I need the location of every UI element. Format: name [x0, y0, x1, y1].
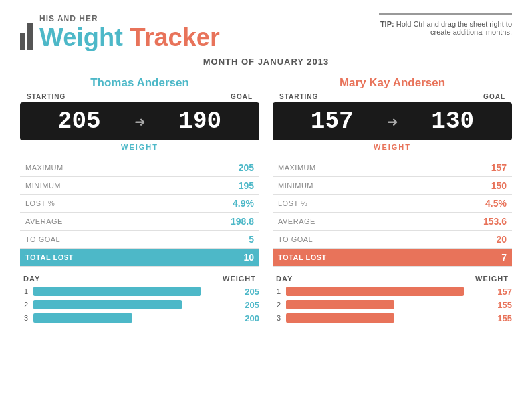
- tip-text: Hold Ctrl and drag the sheet right to cr…: [396, 20, 512, 36]
- main-title: Weight Tracker: [39, 25, 220, 50]
- header: HIS AND HER Weight Tracker TIP: Hold Ctr…: [20, 13, 512, 50]
- thomas-goal-label: GOAL: [231, 93, 253, 100]
- thomas-total-row: TOTAL LOST 10: [20, 249, 259, 267]
- day-number: 1: [20, 287, 28, 295]
- thomas-stat-row: AVERAGE198.8: [20, 213, 259, 231]
- mary-starting-value: 157: [283, 108, 382, 135]
- weight-bar: [286, 300, 394, 309]
- mary-stats-table: MAXIMUM157MINIMUM150LOST %4.5%AVERAGE153…: [273, 159, 512, 267]
- thomas-name: Thomas Andersen: [20, 76, 259, 90]
- stat-label: LOST %: [20, 195, 172, 213]
- thomas-column: Thomas Andersen STARTING GOAL 205 ➜ 190 …: [20, 76, 259, 326]
- stat-label: AVERAGE: [20, 213, 172, 231]
- stat-value: 153.6: [425, 213, 512, 231]
- day-number: 2: [20, 301, 28, 309]
- mary-arrow-icon: ➜: [387, 114, 398, 130]
- stat-value: 20: [425, 231, 512, 249]
- thomas-weight-display: 205 ➜ 190: [20, 102, 259, 140]
- subtitle: HIS AND HER: [39, 14, 220, 23]
- day-weight-value: 155: [489, 300, 512, 310]
- day-weight-value: 157: [489, 287, 512, 297]
- mary-day-header: DAY WEIGHT: [273, 275, 512, 283]
- thomas-arrow-icon: ➜: [134, 114, 146, 130]
- mary-total-value: 7: [425, 249, 512, 267]
- title-orange: Tracker: [130, 23, 220, 51]
- day-number: 1: [273, 287, 281, 295]
- stat-value: 4.5%: [425, 195, 512, 213]
- stat-value: 4.9%: [172, 195, 259, 213]
- mary-goal-value: 130: [404, 108, 503, 135]
- mary-total-label: TOTAL LOST: [273, 249, 425, 267]
- stat-value: 198.8: [172, 213, 259, 231]
- mary-weight-display: 157 ➜ 130: [273, 102, 512, 140]
- bar-container: [33, 313, 231, 323]
- weight-bar: [286, 313, 394, 323]
- title-area: HIS AND HER Weight Tracker: [39, 14, 220, 50]
- thomas-starting-value: 205: [30, 108, 129, 135]
- page: HIS AND HER Weight Tracker TIP: Hold Ctr…: [0, 0, 532, 399]
- mary-labels: STARTING GOAL: [273, 93, 512, 100]
- mary-day-row: 3 155: [273, 313, 512, 323]
- thomas-goal-value: 190: [151, 108, 250, 135]
- thomas-stats-table: MAXIMUM205MINIMUM195LOST %4.9%AVERAGE198…: [20, 159, 259, 267]
- stat-label: MAXIMUM: [20, 159, 172, 177]
- thomas-weight-col-label: WEIGHT: [223, 275, 256, 283]
- bar-container: [33, 286, 231, 297]
- mary-days: 1 157 2 155 3 155: [273, 286, 512, 323]
- mary-day-row: 1 157: [273, 286, 512, 297]
- thomas-day-header: DAY WEIGHT: [20, 275, 259, 283]
- mary-starting-label: STARTING: [279, 93, 318, 100]
- day-weight-value: 155: [489, 313, 512, 323]
- mary-total-row: TOTAL LOST 7: [273, 249, 512, 267]
- mary-stat-row: MINIMUM150: [273, 177, 512, 195]
- mary-name: Mary Kay Andersen: [273, 76, 512, 90]
- thomas-stat-row: MINIMUM195: [20, 177, 259, 195]
- tip-label: TIP:: [380, 20, 394, 28]
- stat-label: MAXIMUM: [273, 159, 425, 177]
- stat-label: MINIMUM: [20, 177, 172, 195]
- stat-value: 5: [172, 231, 259, 249]
- stat-label: TO GOAL: [20, 231, 172, 249]
- thomas-day-row: 2 205: [20, 299, 259, 310]
- stat-label: AVERAGE: [273, 213, 425, 231]
- thomas-total-label: TOTAL LOST: [20, 249, 172, 267]
- bar-container: [33, 299, 231, 310]
- thomas-weight-label: WEIGHT: [20, 143, 259, 151]
- stat-label: LOST %: [273, 195, 425, 213]
- month-header: MONTH OF JANUARY 2013: [20, 57, 512, 66]
- thomas-day-row: 1 205: [20, 286, 259, 297]
- mary-stat-row: TO GOAL20: [273, 231, 512, 249]
- mary-stat-row: LOST %4.5%: [273, 195, 512, 213]
- thomas-labels: STARTING GOAL: [20, 93, 259, 100]
- thomas-stat-row: MAXIMUM205: [20, 159, 259, 177]
- day-number: 2: [273, 301, 281, 309]
- thomas-starting-label: STARTING: [27, 93, 65, 100]
- columns: Thomas Andersen STARTING GOAL 205 ➜ 190 …: [20, 76, 512, 326]
- bar-container: [286, 286, 483, 297]
- title-blue: Weight: [39, 23, 123, 51]
- thomas-day-row: 3 200: [20, 313, 259, 323]
- mary-column: Mary Kay Andersen STARTING GOAL 157 ➜ 13…: [273, 76, 512, 326]
- thomas-stat-row: TO GOAL5: [20, 231, 259, 249]
- stat-label: TO GOAL: [273, 231, 425, 249]
- mary-stat-row: AVERAGE153.6: [273, 213, 512, 231]
- mary-weight-col-label: WEIGHT: [475, 275, 509, 283]
- bar-chart-icon: [20, 13, 33, 50]
- day-weight-value: 200: [236, 313, 259, 323]
- thomas-day-col-label: DAY: [23, 275, 40, 283]
- weight-bar: [33, 287, 201, 296]
- stat-label: MINIMUM: [273, 177, 425, 195]
- stat-value: 205: [172, 159, 259, 177]
- bar-container: [286, 313, 483, 323]
- stat-value: 157: [425, 159, 512, 177]
- stat-value: 195: [172, 177, 259, 195]
- mary-day-col-label: DAY: [276, 275, 293, 283]
- thomas-days: 1 205 2 205 3 200: [20, 286, 259, 323]
- day-weight-value: 205: [236, 300, 259, 310]
- mary-stat-row: MAXIMUM157: [273, 159, 512, 177]
- day-weight-value: 205: [236, 287, 259, 297]
- day-number: 3: [20, 314, 28, 322]
- bar-container: [286, 299, 483, 310]
- day-number: 3: [273, 314, 281, 322]
- weight-bar: [33, 313, 132, 323]
